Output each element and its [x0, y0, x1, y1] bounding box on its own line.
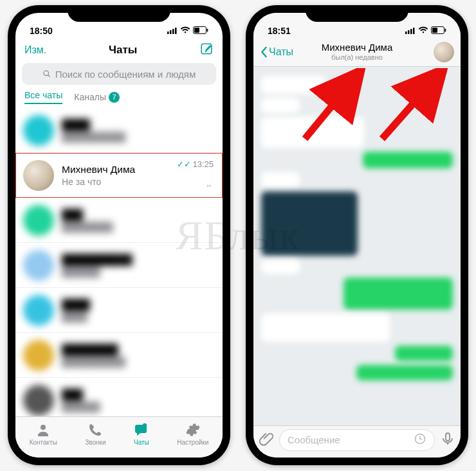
avatar: [23, 250, 54, 281]
svg-rect-6: [207, 29, 208, 32]
avatar: [23, 160, 54, 191]
svg-rect-13: [408, 30, 410, 34]
message-in[interactable]: [261, 117, 364, 148]
avatar: [23, 115, 54, 146]
message-in[interactable]: [261, 260, 300, 274]
battery-icon: [193, 26, 208, 36]
clock: 18:50: [30, 26, 53, 36]
message-input[interactable]: Сообщение: [279, 429, 435, 451]
edit-button[interactable]: Изм.: [24, 44, 46, 56]
svg-point-8: [44, 71, 49, 76]
schedule-icon[interactable]: [414, 432, 426, 447]
chat-messages[interactable]: [253, 67, 461, 425]
message-out[interactable]: [343, 278, 453, 310]
mic-button[interactable]: [440, 431, 455, 449]
tab-contacts[interactable]: Контакты: [30, 422, 57, 446]
svg-rect-0: [167, 31, 169, 34]
message-in[interactable]: [261, 76, 325, 94]
contact-header[interactable]: Михневич Дима был(а) недавно: [322, 42, 393, 61]
compose-button[interactable]: [199, 42, 214, 58]
svg-rect-12: [405, 31, 407, 34]
bottom-tabbar: Контакты Звонки Чаты Настройки: [15, 416, 223, 458]
chat-navbar: Чаты Михневич Дима был(а) недавно: [253, 37, 461, 67]
read-checks-icon: ✓✓: [177, 159, 191, 169]
chat-row[interactable]: ███████████: [15, 198, 223, 243]
clock: 18:51: [268, 26, 291, 36]
chat-row[interactable]: ██████████████████: [15, 333, 223, 378]
tab-all-chats[interactable]: Все чаты: [24, 90, 62, 104]
signal-icon: [405, 26, 416, 36]
tab-chats[interactable]: Чаты: [134, 422, 149, 446]
tab-channels[interactable]: Каналы 7: [74, 90, 120, 104]
avatar: [23, 340, 54, 371]
svg-point-11: [143, 423, 147, 427]
screen-chat-detail: 18:51 Чаты Михневич Дима был(а) недавно: [253, 13, 461, 458]
svg-point-10: [41, 425, 46, 430]
message-input-placeholder: Сообщение: [288, 434, 340, 445]
message-input-bar: Сообщение: [253, 425, 461, 458]
contact-avatar[interactable]: [434, 42, 454, 62]
phone-right: 18:51 Чаты Михневич Дима был(а) недавно: [246, 5, 468, 465]
wifi-icon: [418, 26, 428, 36]
attach-button[interactable]: [259, 431, 274, 449]
tab-settings[interactable]: Настройки: [177, 422, 208, 446]
svg-rect-18: [445, 29, 446, 32]
chat-row[interactable]: ██████████████: [15, 108, 223, 153]
svg-rect-24: [446, 433, 450, 441]
message-in[interactable]: [261, 172, 300, 188]
notch: [306, 5, 408, 22]
wifi-icon: [180, 26, 190, 36]
contact-name: Михневич Дима: [322, 42, 393, 53]
avatar: [23, 205, 54, 236]
avatar: [23, 385, 54, 416]
notch: [68, 5, 170, 22]
channels-badge: 7: [109, 92, 120, 103]
svg-line-9: [48, 75, 50, 77]
chat-row[interactable]: ████████: [15, 288, 223, 333]
svg-rect-5: [194, 28, 199, 33]
svg-rect-15: [413, 28, 415, 34]
chat-row[interactable]: █████████: [15, 378, 223, 416]
svg-rect-3: [175, 28, 177, 34]
pin-icon: [205, 181, 212, 191]
search-input[interactable]: Поиск по сообщениям и людям: [22, 63, 216, 85]
message-media[interactable]: [261, 191, 358, 256]
svg-rect-1: [170, 30, 172, 34]
chat-row-highlighted[interactable]: Михневич Дима Не за что ✓✓13:25: [15, 153, 223, 198]
chats-list[interactable]: ██████████████ Михневич Дима Не за что ✓…: [15, 108, 223, 416]
svg-rect-14: [410, 29, 412, 34]
message-in[interactable]: [261, 314, 390, 342]
phone-left: 18:50 Изм. Чаты Поиск по сооб: [8, 5, 230, 465]
filter-tabs: Все чаты Каналы 7: [15, 90, 223, 108]
search-placeholder: Поиск по сообщениям и людям: [55, 69, 196, 80]
chat-row[interactable]: ████████████████: [15, 243, 223, 288]
svg-rect-2: [172, 29, 174, 34]
tab-calls[interactable]: Звонки: [85, 422, 105, 446]
svg-rect-17: [432, 28, 437, 33]
message-in[interactable]: [261, 98, 300, 113]
contact-presence: был(а) недавно: [322, 53, 393, 61]
screen-chats-list: 18:50 Изм. Чаты Поиск по сооб: [15, 13, 223, 458]
message-out[interactable]: [363, 152, 453, 168]
battery-icon: [431, 26, 446, 36]
chat-preview: Не за что: [62, 177, 215, 187]
signal-icon: [167, 26, 178, 36]
page-title: Чаты: [109, 44, 137, 57]
navbar: Изм. Чаты: [15, 37, 223, 63]
message-out[interactable]: [395, 346, 453, 361]
avatar: [23, 295, 54, 326]
back-button[interactable]: Чаты: [260, 46, 293, 58]
message-out[interactable]: [356, 365, 453, 380]
chat-time: ✓✓13:25: [177, 159, 214, 169]
